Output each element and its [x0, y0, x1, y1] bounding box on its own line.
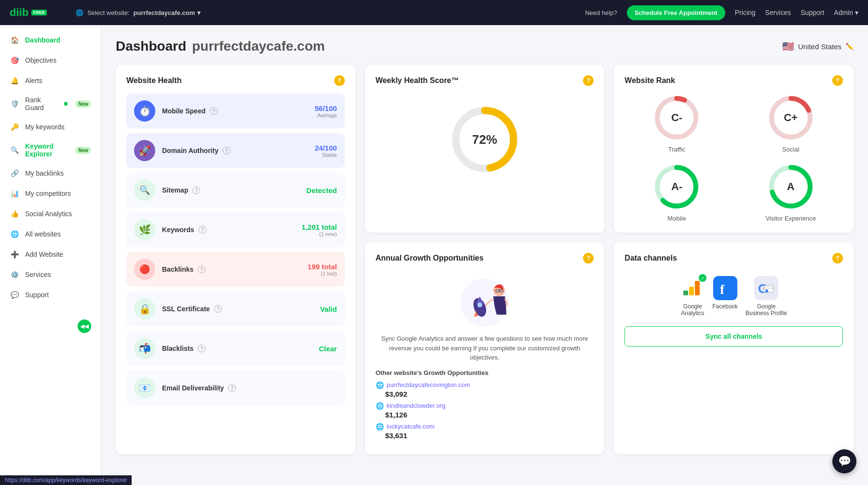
sidebar-item-objectives[interactable]: 🎯 Objectives [0, 50, 101, 70]
health-item-backlinks[interactable]: 🔴 Backlinks ? 199 total (1 lost) [126, 252, 345, 287]
sidebar-item-mykeywords[interactable]: 🔑 My keywords [0, 117, 101, 137]
growth-site-3[interactable]: 🌐 luckycatcafe.com $3,631 [376, 423, 594, 440]
website-rank-card: Website Rank ? C- Traffic [614, 65, 854, 233]
sidebar-item-keyword-explorer[interactable]: 🔍 Keyword Explorer New [0, 137, 101, 163]
admin-dropdown[interactable]: Admin ▾ [834, 9, 858, 16]
sidebar-label-alerts: Alerts [25, 77, 42, 84]
add-website-icon: ➕ [10, 249, 19, 259]
health-score-donut: 72% [448, 103, 521, 176]
growth-svg-illustration [451, 276, 518, 329]
sidebar-item-my-backlinks[interactable]: 🔗 My backlinks [0, 163, 101, 183]
chat-button[interactable]: 💬 [832, 449, 856, 473]
sidebar-item-rankguard[interactable]: 🛡️ Rank Guard New [0, 91, 101, 117]
facebook-icon: f [713, 276, 737, 300]
health-item-ssl[interactable]: 🔒 SSL Certificate ? Valid [126, 291, 345, 326]
growth-site-1[interactable]: 🌐 purrfectdaycafecovington.com $3,092 [376, 381, 594, 398]
pricing-link[interactable]: Pricing [735, 9, 756, 16]
ssl-label: SSL Certificate ? [162, 305, 313, 313]
sitemap-icon: 🔍 [134, 180, 155, 201]
website-rank-title: Website Rank ? [624, 75, 843, 86]
services-link[interactable]: Services [765, 9, 791, 16]
backlinks-value: 199 total (1 lost) [308, 263, 337, 277]
domain-authority-help-icon[interactable]: ? [223, 147, 231, 154]
sidebar-label-my-backlinks: My backlinks [25, 169, 64, 177]
blacklists-help-icon[interactable]: ? [198, 345, 205, 352]
sidebar-item-dashboard[interactable]: 🏠 Dashboard [0, 30, 101, 50]
growth-site-val-1: $3,092 [376, 390, 594, 398]
edit-country-icon[interactable]: ✏️ [845, 42, 854, 50]
website-rank-help-icon[interactable]: ? [832, 75, 843, 86]
growth-site-2[interactable]: 🌐 kindleandclowder.org $1,126 [376, 402, 594, 419]
channel-google-business: G GoogleBusiness Profile [746, 276, 787, 317]
keywords-icon: 🌿 [134, 219, 155, 240]
visitor-grade: A [787, 180, 795, 193]
sidebar-item-add-website[interactable]: ➕ Add Website [0, 244, 101, 264]
sidebar-item-support[interactable]: 💬 Support [0, 285, 101, 305]
support-link[interactable]: Support [800, 9, 824, 16]
svg-rect-20 [683, 291, 688, 295]
sidebar-item-alerts[interactable]: 🔔 Alerts [0, 70, 101, 91]
sidebar: 🏠 Dashboard 🎯 Objectives 🔔 Alerts 🛡️ Ran… [0, 25, 101, 485]
facebook-icon-wrap: f [713, 276, 737, 300]
health-item-mobile-speed[interactable]: ⏱️ Mobile Speed ? 56/100 Average [126, 94, 345, 128]
mobile-speed-icon: ⏱️ [134, 100, 155, 122]
health-item-blacklists[interactable]: 📬 Blacklists ? Clear [126, 331, 345, 366]
sidebar-item-all-websites[interactable]: 🌐 All websites [0, 224, 101, 244]
sidebar-item-my-competitors[interactable]: 📊 My competitors [0, 183, 101, 204]
backlinks-help-icon[interactable]: ? [198, 265, 205, 273]
dropdown-chevron-icon: ▾ [197, 9, 201, 16]
domain-authority-score: 24/100 [315, 144, 337, 152]
logo[interactable]: diib FREE [10, 6, 47, 19]
sidebar-collapse-button[interactable]: ◀◀ [78, 319, 91, 333]
sidebar-label-support: Support [25, 291, 49, 299]
website-health-help-icon[interactable]: ? [334, 75, 345, 86]
country-name: United States [798, 42, 841, 51]
sidebar-item-social-analytics[interactable]: 👍 Social Analytics [0, 204, 101, 224]
globe-icon: 🌐 [76, 9, 83, 16]
health-item-email[interactable]: 📧 Email Deliverability ? [126, 371, 345, 405]
mobile-speed-help-icon[interactable]: ? [210, 107, 217, 115]
google-analytics-check-icon: ✓ [699, 274, 706, 282]
dashboard-grid: Website Health ? ⏱️ Mobile Speed ? 56/10… [116, 65, 854, 454]
data-channels-help-icon[interactable]: ? [832, 253, 843, 263]
sidebar-item-services[interactable]: ⚙️ Services [0, 264, 101, 285]
website-health-title: Website Health ? [126, 75, 345, 86]
growth-site-val-2: $1,126 [376, 411, 594, 419]
domain-authority-value: 24/100 Stable [315, 144, 337, 158]
health-item-sitemap[interactable]: 🔍 Sitemap ? Detected [126, 173, 345, 208]
rank-item-visitor-exp: A Visitor Experience [739, 163, 843, 222]
select-website-label: Select website: [87, 9, 129, 16]
keywords-help-icon[interactable]: ? [199, 226, 206, 234]
channels-grid: ✓ GoogleAnalytics f Facebook [624, 271, 843, 326]
growth-site-url-2: 🌐 kindleandclowder.org [376, 402, 594, 410]
mykeywords-icon: 🔑 [10, 122, 19, 132]
traffic-grade: C- [671, 111, 682, 124]
growth-sites-list: 🌐 purrfectdaycafecovington.com $3,092 🌐 … [376, 381, 594, 440]
domain-authority-label: Domain Authority ? [162, 147, 308, 154]
backlinks-score: 199 total [308, 263, 337, 271]
google-business-icon-wrap: G [754, 276, 778, 300]
blacklists-value: Clear [319, 345, 337, 353]
ssl-help-icon[interactable]: ? [214, 305, 222, 313]
health-item-keywords[interactable]: 🌿 Keywords ? 1,201 total (1 new) [126, 212, 345, 247]
rank-circle-traffic: C- [652, 94, 701, 142]
svg-point-13 [477, 303, 482, 307]
need-help-label: Need help? [585, 9, 617, 16]
email-help-icon[interactable]: ? [228, 384, 236, 392]
sitemap-help-icon[interactable]: ? [192, 186, 200, 194]
annual-growth-help-icon[interactable]: ? [583, 253, 594, 263]
svg-rect-27 [765, 290, 768, 292]
blacklists-score: Clear [319, 345, 337, 353]
admin-chevron-icon: ▾ [855, 9, 858, 16]
sidebar-label-my-competitors: My competitors [25, 190, 71, 197]
growth-site-val-3: $3,631 [376, 431, 594, 440]
sync-all-channels-button[interactable]: Sync all channels [624, 326, 843, 346]
topnav-right: Need help? Schedule Free Appointment Pri… [585, 5, 858, 20]
keywords-label: Keywords ? [162, 226, 295, 234]
health-item-domain-authority[interactable]: 🚀 Domain Authority ? 24/100 Stable [126, 133, 345, 168]
domain-authority-icon: 🚀 [134, 140, 155, 161]
visitor-label: Visitor Experience [766, 215, 816, 222]
schedule-appointment-button[interactable]: Schedule Free Appointment [627, 5, 725, 20]
selected-website-dropdown[interactable]: purrfectdaycafe.com ▾ [134, 9, 201, 16]
weekly-health-help-icon[interactable]: ? [583, 75, 594, 86]
